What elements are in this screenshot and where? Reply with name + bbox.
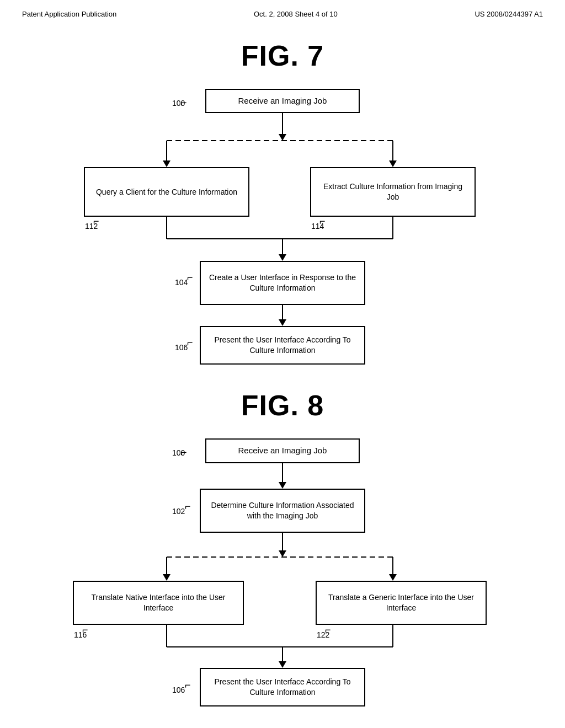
svg-text:⌐: ⌐ [185, 501, 191, 512]
svg-marker-4 [163, 160, 170, 167]
svg-text:106: 106 [172, 686, 185, 694]
svg-text:⌐: ⌐ [319, 216, 326, 227]
svg-marker-6 [389, 160, 397, 167]
diagram-area: FIG. 7 100 ⌐ Receive an Imaging Job Quer… [0, 24, 565, 728]
svg-text:⌐: ⌐ [93, 216, 99, 227]
fig7-svg: Query a Client for the Culture Informati… [56, 113, 509, 367]
svg-marker-23 [279, 482, 286, 489]
svg-text:⌐: ⌐ [325, 624, 331, 635]
svg-marker-32 [389, 574, 397, 581]
fig7-title: FIG. 7 [33, 39, 532, 72]
svg-marker-1 [279, 134, 286, 141]
svg-text:102: 102 [172, 507, 185, 516]
fig8-box-receive: Receive an Imaging Job [205, 438, 360, 463]
svg-text:⌐: ⌐ [187, 272, 193, 283]
svg-text:104: 104 [175, 278, 188, 287]
fig8-section: FIG. 8 100 ⌐ Receive an Imaging Job Dete… [33, 389, 532, 711]
fig8-title: FIG. 8 [33, 389, 532, 422]
svg-marker-30 [163, 574, 170, 581]
svg-marker-27 [279, 550, 286, 557]
svg-marker-41 [279, 661, 286, 668]
fig7-section: FIG. 7 100 ⌐ Receive an Imaging Job Quer… [33, 39, 532, 367]
svg-marker-19 [279, 319, 286, 326]
svg-text:⌐: ⌐ [187, 337, 193, 348]
svg-marker-15 [279, 254, 286, 261]
fig7-box-receive: Receive an Imaging Job [205, 89, 360, 113]
fig8-svg: Determine Culture Information Associated… [56, 463, 509, 711]
svg-text:⌐: ⌐ [185, 679, 191, 690]
svg-text:106: 106 [175, 343, 188, 352]
header-middle: Oct. 2, 2008 Sheet 4 of 10 [254, 10, 338, 18]
header-right: US 2008/0244397 A1 [475, 10, 543, 18]
svg-text:⌐: ⌐ [82, 624, 88, 635]
page-header: Patent Application Publication Oct. 2, 2… [0, 0, 565, 24]
header-left: Patent Application Publication [22, 10, 116, 18]
